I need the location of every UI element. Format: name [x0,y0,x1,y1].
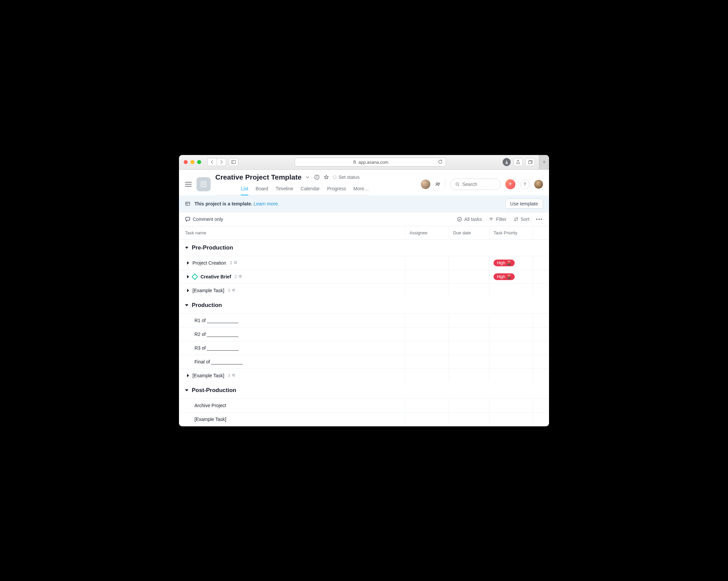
task-row[interactable]: R2 of ____________ [179,327,549,341]
priority-cell[interactable] [489,413,533,426]
section-header[interactable]: Production [179,297,549,313]
star-icon[interactable] [323,174,329,180]
tab-progress[interactable]: Progress [327,184,346,195]
use-template-button[interactable]: Use template [505,199,543,209]
priority-cell[interactable] [489,328,533,341]
project-icon[interactable] [197,177,211,191]
task-row[interactable]: [Example Task]3 [179,368,549,382]
tabs-button[interactable] [525,158,535,166]
assignee-cell[interactable] [405,284,449,297]
chevron-down-icon[interactable] [305,174,310,180]
task-caret-icon[interactable] [187,289,189,292]
row-actions-cell[interactable] [533,284,549,297]
task-row[interactable]: Creative Brief2 High 🌋 [179,270,549,283]
section-caret-icon[interactable] [185,389,188,391]
window-minimize[interactable] [190,160,194,164]
menu-toggle[interactable] [185,182,192,187]
window-zoom[interactable] [197,160,201,164]
assignee-cell[interactable] [405,328,449,341]
due-date-cell[interactable] [449,369,489,382]
task-row[interactable]: Archive Project [179,398,549,412]
share-button[interactable] [513,158,523,166]
priority-cell[interactable] [489,284,533,297]
assignee-cell[interactable] [405,256,449,270]
filter-button[interactable]: Filter [489,217,506,222]
tab-list[interactable]: List [241,184,248,195]
col-priority[interactable]: Task Priority [489,226,533,240]
new-tab-button[interactable]: + [539,155,549,170]
back-button[interactable] [207,158,217,166]
address-bar[interactable]: app.asana.com [295,158,446,166]
tab-board[interactable]: Board [256,184,268,195]
row-actions-cell[interactable] [533,256,549,270]
section-header[interactable]: Post-Production [179,382,549,398]
due-date-cell[interactable] [449,355,489,368]
project-title[interactable]: Creative Project Template [215,173,302,181]
priority-cell[interactable] [489,369,533,382]
set-status-button[interactable]: Set status [333,174,359,180]
sort-button[interactable]: Sort [513,217,529,222]
due-date-cell[interactable] [449,256,489,270]
help-button[interactable]: ? [520,179,529,189]
add-member-icon[interactable] [435,182,440,187]
member-avatar[interactable] [421,179,430,189]
task-row[interactable]: [Example Task] [179,412,549,426]
assignee-cell[interactable] [405,413,449,426]
quick-add-button[interactable]: + [505,179,515,189]
row-actions-cell[interactable] [533,399,549,412]
col-assignee[interactable]: Assignee [405,226,449,240]
banner-learn-more-link[interactable]: Learn more. [254,201,279,206]
due-date-cell[interactable] [449,284,489,297]
tab-more[interactable]: More… [353,184,369,195]
section-header[interactable]: Pre-Production [179,240,549,256]
row-actions-cell[interactable] [533,314,549,327]
due-date-cell[interactable] [449,328,489,341]
task-caret-icon[interactable] [187,374,189,377]
assignee-cell[interactable] [405,314,449,327]
assignee-cell[interactable] [405,355,449,368]
assignee-cell[interactable] [405,270,449,283]
priority-cell[interactable] [489,355,533,368]
section-caret-icon[interactable] [185,304,188,306]
task-row[interactable]: Project Creation3 High 🌋 [179,256,549,270]
col-task-name[interactable]: Task name [179,226,405,240]
task-row[interactable]: Final of ____________ [179,355,549,368]
row-actions-cell[interactable] [533,369,549,382]
user-avatar[interactable] [534,180,543,189]
priority-cell[interactable]: High 🌋 [489,256,533,270]
row-actions-cell[interactable] [533,328,549,341]
task-caret-icon[interactable] [187,261,189,265]
tab-timeline[interactable]: Timeline [276,184,293,195]
task-caret-icon[interactable] [187,275,189,278]
search-box[interactable] [450,178,500,190]
task-row[interactable]: R1 of ____________ [179,313,549,327]
task-row[interactable]: [Example Task]3 [179,283,549,297]
section-caret-icon[interactable] [185,247,188,249]
due-date-cell[interactable] [449,341,489,355]
row-actions-cell[interactable] [533,341,549,355]
priority-cell[interactable] [489,314,533,327]
priority-cell[interactable]: High 🌋 [489,270,533,283]
sidebar-toggle-button[interactable] [229,158,238,166]
due-date-cell[interactable] [449,413,489,426]
due-date-cell[interactable] [449,270,489,283]
col-due-date[interactable]: Due date [449,226,489,240]
tab-calendar[interactable]: Calendar [301,184,320,195]
assignee-cell[interactable] [405,399,449,412]
priority-cell[interactable] [489,341,533,355]
task-row[interactable]: R3 of ____________ [179,341,549,355]
window-close[interactable] [184,160,188,164]
all-tasks-button[interactable]: All tasks [457,217,482,222]
downloads-button[interactable] [502,158,511,166]
due-date-cell[interactable] [449,314,489,327]
due-date-cell[interactable] [449,399,489,412]
forward-button[interactable] [217,158,226,166]
info-icon[interactable] [314,174,319,180]
comment-only-indicator[interactable]: Comment only [185,217,223,222]
reload-button[interactable] [438,159,443,165]
search-input[interactable] [462,182,496,187]
row-actions-cell[interactable] [533,270,549,283]
col-add[interactable] [533,226,549,240]
more-actions-button[interactable]: ••• [536,217,543,222]
assignee-cell[interactable] [405,369,449,382]
